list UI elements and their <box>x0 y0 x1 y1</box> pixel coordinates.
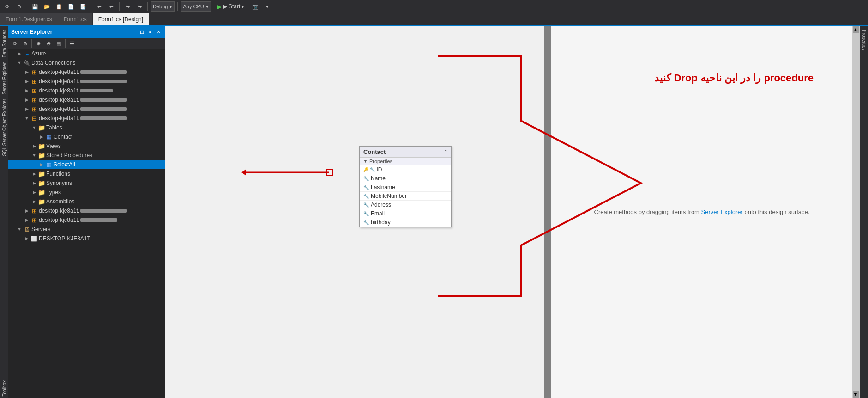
contact-field-mobilenumber: 🔧 MobileNumber <box>360 192 451 201</box>
functions-expand[interactable]: ▶ <box>30 170 38 178</box>
se-autoclose-btn[interactable]: ▪ <box>146 28 154 36</box>
tables-expand[interactable]: ▼ <box>30 124 38 131</box>
stored-procs-label: Stored Procedures <box>46 152 92 159</box>
side-label-datasources[interactable]: Data Sources <box>1 28 8 60</box>
se-stop-btn[interactable]: ⊗ <box>20 39 30 48</box>
redo-btn[interactable]: ↪ <box>122 1 133 12</box>
select-all-node[interactable]: ▶ ▦ SelectAll <box>8 160 165 169</box>
se-close-btn[interactable]: ✕ <box>155 28 162 36</box>
contact-expand[interactable]: ▶ <box>38 133 45 141</box>
synonyms-node[interactable]: ▶ 📁 Synonyms <box>8 178 165 188</box>
desktop-server-label: DESKTOP-KJE8A1T <box>39 235 90 242</box>
db7-label: desktop-kje8a1t. <box>39 208 127 214</box>
views-node[interactable]: ▶ 📁 Views <box>8 141 165 151</box>
toolbar-btn3[interactable]: 📄 <box>66 1 76 12</box>
right-panel-label-1[interactable]: Properties <box>861 28 868 53</box>
contact-field-address: 🔧 Address <box>360 201 451 209</box>
start-button[interactable]: ▶ ▶ Start ▾ <box>217 1 245 12</box>
db-node-5[interactable]: ▶ ⊞ desktop-kje8a1t. <box>8 104 165 114</box>
scroll-up[interactable]: ▲ <box>853 26 859 33</box>
back-btn[interactable]: ⟳ <box>2 1 12 12</box>
tab-form1-designer[interactable]: Form1.Designer.cs <box>0 13 58 25</box>
servers-node[interactable]: ▼ 🖥 Servers <box>8 225 165 234</box>
assemblies-node[interactable]: ▶ 📁 Assemblies <box>8 197 165 206</box>
contact-table-collapse-btn[interactable]: ⌃ <box>444 149 447 154</box>
azure-label: Azure <box>31 50 46 57</box>
tables-node[interactable]: ▼ 📁 Tables <box>8 123 165 132</box>
synonyms-label: Synonyms <box>46 180 72 186</box>
db5-expand[interactable]: ▶ <box>23 105 30 113</box>
views-expand[interactable]: ▶ <box>30 142 38 150</box>
save-btn[interactable]: 💾 <box>30 1 40 12</box>
contact-field-birthday: 🔧 birthday <box>360 218 451 227</box>
servers-expand[interactable]: ▼ <box>16 226 23 233</box>
contact-table-widget[interactable]: Contact ⌃ ▼ Properties 🔑 🔧 ID 🔧 Name 🔧 L… <box>359 146 452 227</box>
se-tree-content[interactable]: ▶ ☁ Azure ▼ 🔌 Data Connections ▶ ⊞ deskt… <box>8 49 165 398</box>
redo2-btn[interactable]: ↪ <box>134 1 145 12</box>
stored-procs-node[interactable]: ▼ 📁 Stored Procedures <box>8 151 165 160</box>
assemblies-label: Assemblies <box>46 198 74 205</box>
side-label-sql[interactable]: SQL Server Object Explorer <box>1 97 8 158</box>
contact-node[interactable]: ▶ ▦ Contact <box>8 132 165 141</box>
types-node[interactable]: ▶ 📁 Types <box>8 188 165 197</box>
undo-btn[interactable]: ↩ <box>94 1 104 12</box>
svg-marker-1 <box>241 169 246 176</box>
desktop-server-expand[interactable]: ▶ <box>23 235 30 242</box>
sep7 <box>247 2 247 11</box>
data-connections-node[interactable]: ▼ 🔌 Data Connections <box>8 58 165 67</box>
side-label-toolbox[interactable]: Toolbox <box>1 379 8 398</box>
open-btn[interactable]: 📂 <box>42 1 52 12</box>
tab-bar: Form1.Designer.cs Form1.cs Form1.cs [Des… <box>0 13 868 26</box>
undo2-btn[interactable]: ↩ <box>106 1 116 12</box>
db1-expand[interactable]: ▶ <box>23 68 30 76</box>
se-properties-btn[interactable]: ☰ <box>67 39 77 48</box>
tab-form1-design[interactable]: Form1.cs [Design] <box>93 13 149 25</box>
cpu-dropdown[interactable]: Any CPU ▾ <box>181 1 211 12</box>
azure-node[interactable]: ▶ ☁ Azure <box>8 49 165 58</box>
camera-btn[interactable]: 📷 <box>250 1 260 12</box>
start-dropdown-arrow: ▾ <box>241 4 244 10</box>
db-node-7[interactable]: ▶ ⊞ desktop-kje8a1t. <box>8 206 165 215</box>
side-label-server-explorer[interactable]: Server Explorer <box>1 61 8 96</box>
saveas-btn[interactable]: 📋 <box>54 1 64 12</box>
stored-procs-expand[interactable]: ▼ <box>30 152 38 159</box>
db-node-3[interactable]: ▶ ⊞ desktop-kje8a1t. <box>8 86 165 95</box>
db-node-4[interactable]: ▶ ⊞ desktop-kje8a1t. <box>8 95 165 104</box>
tab-form1-cs[interactable]: Form1.cs <box>58 13 93 25</box>
se-disconnect-btn[interactable]: ⊖ <box>44 39 53 48</box>
db7-expand[interactable]: ▶ <box>23 207 30 214</box>
azure-expand[interactable]: ▶ <box>16 50 23 57</box>
types-expand[interactable]: ▶ <box>30 189 38 196</box>
data-connections-expand[interactable]: ▼ <box>16 59 23 67</box>
design-canvas[interactable]: ▲ ▼ Contact ⌃ ▼ Properties 🔑 🔧 ID 🔧 Name <box>165 26 860 398</box>
toolbar-btn4[interactable]: 📑 <box>78 1 88 12</box>
servers-icon: 🖥 <box>23 226 30 233</box>
se-connect-btn[interactable]: ⊕ <box>34 39 43 48</box>
db-node-8[interactable]: ▶ ⊞ desktop-kje8a1t. <box>8 215 165 225</box>
canvas-scrollbar[interactable]: ▲ ▼ <box>852 26 860 398</box>
db8-expand[interactable]: ▶ <box>23 216 30 224</box>
select-all-expand[interactable]: ▶ <box>38 161 45 168</box>
db6-expand[interactable]: ▼ <box>23 115 30 122</box>
scroll-down[interactable]: ▼ <box>853 391 859 398</box>
se-refresh-btn[interactable]: ⟳ <box>10 39 19 48</box>
debug-dropdown[interactable]: Debug ▾ <box>151 1 175 12</box>
synonyms-expand[interactable]: ▶ <box>30 179 38 187</box>
db-node-2[interactable]: ▶ ⊞ desktop-kje8a1t. <box>8 77 165 86</box>
db2-expand[interactable]: ▶ <box>23 78 30 85</box>
db5-icon: ⊞ <box>30 105 38 113</box>
se-pin-btn[interactable]: ⊟ <box>138 28 145 36</box>
db-node-1[interactable]: ▶ ⊞ desktop-kje8a1t. <box>8 67 165 77</box>
forward-btn[interactable]: ⊙ <box>14 1 24 12</box>
db3-expand[interactable]: ▶ <box>23 87 30 94</box>
camera2-btn[interactable]: ▾ <box>262 1 272 12</box>
assemblies-expand[interactable]: ▶ <box>30 198 38 205</box>
desktop-server-node[interactable]: ▶ ⬜ DESKTOP-KJE8A1T <box>8 234 165 243</box>
db4-expand[interactable]: ▶ <box>23 96 30 104</box>
se-filter-btn[interactable]: ▤ <box>54 39 63 48</box>
red-arrow-selectall <box>241 165 334 179</box>
sep4 <box>147 2 148 11</box>
db-node-6[interactable]: ▼ ⊟ desktop-kje8a1t. <box>8 114 165 123</box>
functions-node[interactable]: ▶ 📁 Functions <box>8 169 165 178</box>
server-explorer-link[interactable]: Server Explorer <box>701 208 743 215</box>
